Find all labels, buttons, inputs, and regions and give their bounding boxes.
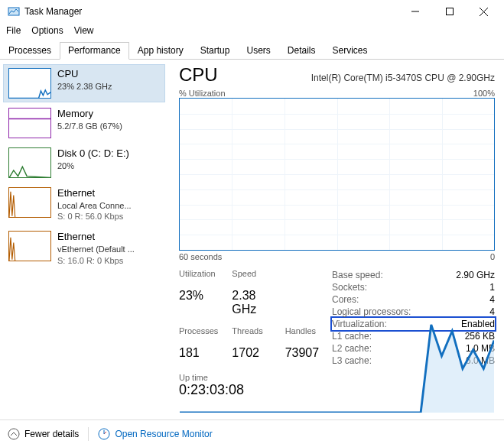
menubar: File Options View (0, 23, 504, 38)
sidebar-disk-sub: 20% (57, 160, 129, 171)
sidebar: CPU 23% 2.38 GHz Memory 5.2/7.8 GB (67%)… (0, 60, 168, 419)
sidebar-eth1-title: Ethernet (57, 187, 132, 200)
axis-top-right: 100% (473, 89, 495, 98)
menu-view[interactable]: View (74, 25, 94, 36)
titlebar[interactable]: Task Manager (0, 0, 504, 23)
tab-users[interactable]: Users (238, 42, 278, 60)
resource-monitor-icon[interactable] (98, 428, 110, 440)
tab-bar: Processes Performance App history Startu… (0, 41, 504, 60)
tab-services[interactable]: Services (324, 42, 376, 60)
menu-file[interactable]: File (6, 25, 21, 36)
cpu-thumb (8, 68, 51, 99)
content: CPU 23% 2.38 GHz Memory 5.2/7.8 GB (67%)… (0, 60, 504, 419)
sidebar-memory-sub: 5.2/7.8 GB (67%) (57, 121, 122, 131)
sidebar-cpu-sub: 23% 2.38 GHz (57, 81, 112, 92)
fewer-details-link[interactable]: Fewer details (24, 429, 79, 439)
sidebar-eth1-sub2: S: 0 R: 56.0 Kbps (57, 211, 132, 222)
cpu-model: Intel(R) Core(TM) i5-3470S CPU @ 2.90GHz (230, 73, 495, 83)
window-controls (398, 1, 501, 22)
sidebar-item-memory[interactable]: Memory 5.2/7.8 GB (67%) (3, 104, 165, 142)
sidebar-eth2-title: Ethernet (57, 231, 135, 244)
sidebar-disk-title: Disk 0 (C: D: E:) (57, 147, 129, 160)
app-title: Task Manager (24, 6, 398, 17)
sidebar-cpu-title: CPU (57, 68, 112, 81)
tab-app-history[interactable]: App history (129, 42, 192, 60)
minimize-button[interactable] (398, 1, 432, 22)
svg-marker-6 (180, 325, 494, 413)
sidebar-eth2-sub1: vEthernet (Default ... (57, 244, 135, 254)
axis-top-left: % Utilization (179, 89, 226, 98)
menu-options[interactable]: Options (31, 25, 63, 36)
sidebar-item-disk[interactable]: Disk 0 (C: D: E:) 20% (3, 144, 165, 182)
tab-details[interactable]: Details (279, 42, 324, 60)
ethernet2-thumb (8, 231, 51, 261)
page-heading: CPU (179, 64, 218, 86)
memory-thumb (8, 108, 51, 138)
sidebar-eth1-sub1: Local Area Conne... (57, 200, 132, 211)
chevron-up-icon[interactable] (8, 428, 20, 440)
tab-performance[interactable]: Performance (60, 42, 129, 60)
ethernet1-thumb (8, 187, 51, 218)
footer: Fewer details Open Resource Monitor (0, 419, 504, 447)
close-button[interactable] (467, 1, 501, 22)
svg-point-7 (8, 429, 19, 439)
sidebar-item-ethernet-1[interactable]: Ethernet Local Area Conne... S: 0 R: 56.… (3, 183, 165, 225)
utilization-chart (179, 98, 495, 251)
sidebar-eth2-sub2: S: 16.0 R: 0 Kbps (57, 255, 135, 266)
maximize-button[interactable] (432, 1, 467, 22)
main-pane: CPU Intel(R) Core(TM) i5-3470S CPU @ 2.9… (168, 60, 504, 419)
separator (88, 427, 89, 441)
sidebar-memory-title: Memory (57, 108, 122, 121)
open-resource-monitor-link[interactable]: Open Resource Monitor (115, 429, 212, 439)
svg-rect-2 (446, 8, 453, 15)
sidebar-item-cpu[interactable]: CPU 23% 2.38 GHz (3, 64, 165, 102)
disk-thumb (8, 147, 51, 178)
svg-rect-0 (8, 8, 19, 15)
tab-processes[interactable]: Processes (0, 42, 60, 60)
tab-startup[interactable]: Startup (192, 42, 239, 60)
app-icon (8, 5, 20, 18)
sidebar-item-ethernet-2[interactable]: Ethernet vEthernet (Default ... S: 16.0 … (3, 227, 165, 269)
